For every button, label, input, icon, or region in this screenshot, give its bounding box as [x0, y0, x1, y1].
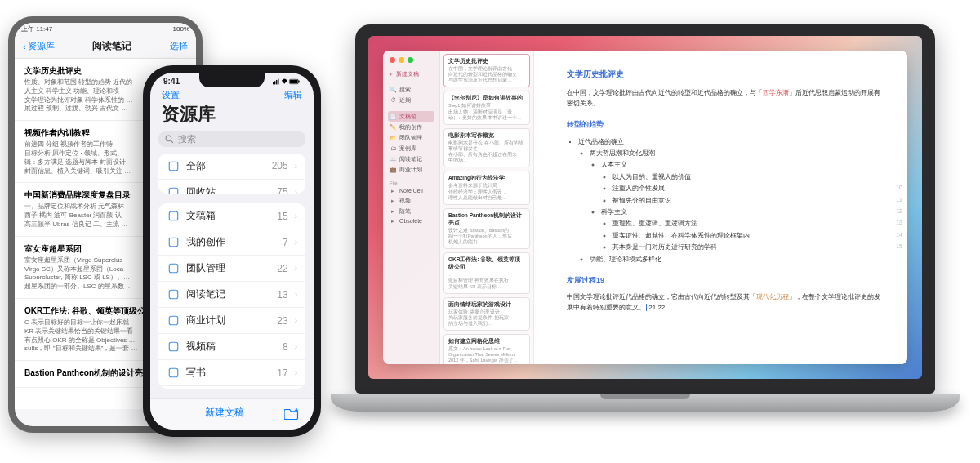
chevron-right-icon: › [295, 188, 297, 194]
minimize-icon[interactable] [399, 57, 404, 63]
row-label: 团队管理 [186, 261, 270, 275]
library-row[interactable]: 阅读笔记13› [158, 282, 305, 308]
chevron-right-icon: › [295, 290, 297, 299]
sidebar-item[interactable]: ▸Note Cell [388, 186, 434, 195]
library-row[interactable]: 回收站75› [158, 180, 305, 194]
library-row[interactable]: 我的创作7› [158, 229, 305, 256]
svg-rect-15 [169, 317, 178, 326]
row-label: 阅读笔记 [186, 287, 270, 301]
svg-rect-11 [169, 212, 178, 221]
sidebar-item-label: 阅读笔记 [399, 155, 422, 163]
doc-title: 文学历史批评史 [567, 69, 883, 80]
sidebar-item[interactable]: 📂团队管理 [388, 132, 434, 143]
note-card[interactable]: 电影剧本写作概览电影剧本是什么 在小部、所有的故事情节都发生在小部、所有角色不超… [443, 128, 530, 168]
sidebar-item[interactable]: ▸视频 [388, 195, 434, 206]
row-count: 13 [277, 289, 287, 301]
sidebar-item-label: Obsolete [399, 218, 422, 224]
new-folder-button[interactable] [284, 407, 299, 420]
sidebar-item[interactable]: 💼商业计划 [388, 164, 434, 175]
notch [199, 73, 265, 87]
note-card[interactable]: OKR工作法: 谷歌、领英等顶级公司…做目标管理 神奇效果在执行关键结果 KR … [443, 252, 530, 293]
row-label: 我的创作 [186, 235, 276, 249]
chevron-right-icon: › [295, 368, 297, 377]
doc-paragraph: 在中国，文学理论批评由古代向近代的转型和近代品格的确立，与「西学东渐」后近代思想… [567, 88, 883, 109]
text-cursor [646, 304, 647, 311]
library-row[interactable]: 视频稿8› [158, 334, 305, 360]
book-icon [167, 367, 180, 380]
settings-button[interactable]: 设置 [162, 89, 180, 101]
svg-rect-1 [274, 81, 275, 84]
card-body: 电影剧本是什么 在小部、所有的故事情节都发生在小部、所有角色不超过在周末中的场… [448, 140, 525, 164]
zoom-icon[interactable] [408, 57, 413, 63]
library-row[interactable]: 全部205› [158, 154, 305, 180]
document-editor[interactable]: 文学历史批评史 在中国，文学理论批评由古代向近代的转型和近代品格的确立，与「西学… [534, 51, 907, 364]
doc-heading: 转型的趋势 [567, 119, 883, 130]
library-row[interactable]: 案例库14› [158, 386, 305, 389]
library-row[interactable]: 团队管理22› [158, 256, 305, 282]
note-card[interactable]: Amazing的行为经济学参考资料来源于统计局传统经济学：理性人假设，理性人总能… [443, 171, 530, 204]
search-icon [165, 135, 174, 144]
note-card[interactable]: 面向情绪玩家的游戏设计玩家体验 需要合理 设计为玩家服务前提条件 把玩家的立场与… [443, 297, 530, 331]
note-card[interactable]: 《李尔别尼》是如何讲故事的Step1 如何讲好故事出场人物：清晰对应演员（滑动）… [443, 91, 530, 124]
sidebar-item[interactable]: ▸随笔 [388, 206, 434, 216]
back-button[interactable]: ‹ 资源库 [23, 40, 55, 52]
new-doc-label: 新建文稿 [396, 70, 419, 78]
outline-list: 近代品格的确立 两大哲思潮和文化思潮 人本主义 以人为目的、重视人的价值 注重人… [567, 136, 883, 265]
status-time: 9:41 [163, 77, 180, 86]
row-count: 15 [277, 211, 287, 222]
svg-rect-5 [290, 80, 298, 83]
list-item: 功能、理论和模式多样化 [590, 254, 883, 265]
notes-list-column[interactable]: 文学历史批评史在中国，文学理论批评由古代向近代的转型和近代品格的确立与西学东渐及… [440, 51, 534, 364]
sidebar-item[interactable]: 📖阅读笔记 [388, 154, 434, 164]
laptop-base [331, 394, 960, 412]
sidebar-item[interactable]: ✏️我的创作 [388, 122, 434, 132]
sidebar-item-label: 搜索 [399, 86, 411, 94]
sidebar-item[interactable]: 📄文稿箱 [388, 111, 434, 122]
note-card[interactable]: 如何建立网格化思维原文：An Inside Look at a FlatOrga… [443, 334, 530, 364]
main-section: 全部205›回收站75› [158, 154, 305, 194]
clock-icon [167, 262, 180, 275]
search-input[interactable]: 搜索 [158, 131, 305, 147]
status-bar: 上午 11:47 100% [15, 23, 196, 34]
note-card[interactable]: 文学历史批评史在中国，文学理论批评由古代向近代的转型和近代品格的确立与西学东渐及… [443, 54, 530, 87]
sidebar-item[interactable]: ▸Obsolete [388, 216, 434, 225]
sidebar-item-icon: ▸ [390, 198, 396, 204]
edit-button[interactable]: 编辑 [284, 89, 302, 101]
sidebar-item[interactable]: ⏱近期 [388, 95, 434, 105]
new-doc-button[interactable]: 新建文稿 [205, 406, 244, 420]
svg-rect-16 [169, 343, 178, 352]
highlight-text: 西学东渐 [763, 89, 789, 96]
traffic-lights[interactable] [388, 56, 434, 68]
row-count: 7 [283, 237, 288, 248]
sidebar-item-icon: ▸ [390, 188, 396, 194]
status-battery: 100% [173, 25, 189, 33]
select-button[interactable]: 选择 [170, 40, 188, 52]
sidebar-item-icon: ▸ [390, 218, 396, 225]
library-row[interactable]: 写书17› [158, 360, 305, 386]
new-doc-button[interactable]: ＋ 新建文稿 [388, 69, 434, 83]
row-count: 8 [283, 341, 288, 353]
sidebar-item[interactable]: 🔍搜索 [388, 84, 434, 95]
note-card[interactable]: Bastion Pantheon机制的设计亮点设计之难 Bastion、Bast… [443, 208, 530, 249]
list-item: 被预先分的自由意识11 [612, 195, 883, 207]
close-icon[interactable] [390, 57, 395, 63]
card-body: …做目标管理 神奇效果在执行关键结果 KR 表示目标… [448, 272, 525, 289]
trash-icon [167, 185, 180, 194]
sidebar-item-icon: 📄 [390, 114, 396, 120]
tray-icon [167, 159, 180, 172]
list-item: 注重人的个性发展10 [612, 183, 883, 194]
sidebar-item[interactable]: 🗂案例库 [388, 143, 434, 154]
sidebar-item-label: Note Cell [399, 188, 423, 194]
sidebar-item-label: 近期 [399, 96, 411, 105]
sidebar-section-header: File [388, 180, 434, 185]
page-title: 阅读笔记 [92, 39, 131, 53]
sidebar-item-icon: 💼 [390, 167, 396, 173]
card-title: 如何建立网格化思维 [448, 338, 525, 345]
card-body: Step1 如何讲好故事出场人物：清晰对应演员（滑动）+ 更好的效果 本书讲述一… [448, 103, 525, 120]
bottom-bar: 新建文稿 [150, 398, 314, 430]
library-row[interactable]: 商业计划23› [158, 308, 305, 334]
list-item: 重理性、重逻辑、重逻辑方法13 [612, 218, 883, 229]
library-row[interactable]: 文稿箱15› [158, 203, 305, 229]
sidebar-item-icon: 🔍 [390, 87, 396, 93]
categories-section: 文稿箱15›我的创作7›团队管理22›阅读笔记13›商业计划23›视频稿8›写书… [158, 203, 305, 389]
